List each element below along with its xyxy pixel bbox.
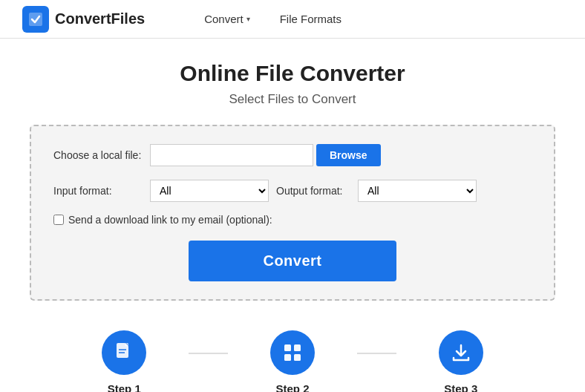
header: ConvertFiles Convert ▾ File Formats: [0, 0, 585, 39]
page-title: Online File Converter: [30, 61, 555, 86]
chevron-down-icon: ▾: [246, 15, 250, 23]
convert-button-wrapper: Convert: [53, 241, 532, 281]
file-chooser-row: Choose a local file: Browse: [53, 144, 532, 166]
logo-icon: [22, 6, 49, 33]
step-2-label: Step 2: [275, 382, 309, 392]
steps-section: Step 1 Step 2: [30, 323, 555, 392]
step-1-circle: [102, 330, 146, 375]
output-format-select[interactable]: All: [358, 180, 477, 202]
file-input[interactable]: [150, 144, 313, 166]
step-connector-2: [357, 353, 396, 354]
svg-rect-6: [284, 354, 291, 361]
svg-rect-5: [294, 344, 301, 351]
step-1-label: Step 1: [108, 382, 141, 392]
step-connector-1: [189, 353, 227, 354]
grid-icon: [281, 342, 304, 364]
download-icon: [450, 342, 472, 364]
email-label: Send a download link to my email (option…: [68, 214, 272, 226]
file-icon: [113, 342, 135, 364]
step-3-circle: [439, 330, 483, 375]
svg-rect-4: [284, 344, 291, 351]
page-subtitle: Select Files to Convert: [30, 92, 555, 107]
logo-area: ConvertFiles: [22, 6, 145, 33]
choose-file-label: Choose a local file:: [53, 149, 150, 161]
browse-button[interactable]: Browse: [316, 144, 381, 166]
step-3-label: Step 3: [444, 382, 477, 392]
convert-button[interactable]: Convert: [189, 241, 396, 281]
step-2-item: Step 2: [228, 330, 357, 392]
output-format-label: Output format:: [276, 185, 350, 197]
svg-rect-7: [294, 354, 301, 361]
nav: Convert ▾ File Formats: [204, 13, 341, 25]
step-1-item: Step 1: [59, 330, 189, 392]
input-format-select[interactable]: All: [150, 180, 269, 202]
converter-form-box: Choose a local file: Browse Input format…: [30, 125, 555, 301]
input-format-label: Input format:: [53, 185, 150, 197]
svg-rect-0: [29, 13, 42, 26]
email-checkbox[interactable]: [53, 215, 64, 225]
email-row: Send a download link to my email (option…: [53, 214, 532, 226]
logo-text: ConvertFiles: [55, 10, 145, 27]
nav-convert[interactable]: Convert ▾: [204, 13, 250, 25]
format-row: Input format: All Output format: All: [53, 180, 532, 202]
step-3-item: Step 3: [396, 330, 526, 392]
main-content: Online File Converter Select Files to Co…: [0, 39, 585, 392]
step-2-circle: [270, 330, 315, 375]
nav-file-formats[interactable]: File Formats: [280, 13, 341, 25]
